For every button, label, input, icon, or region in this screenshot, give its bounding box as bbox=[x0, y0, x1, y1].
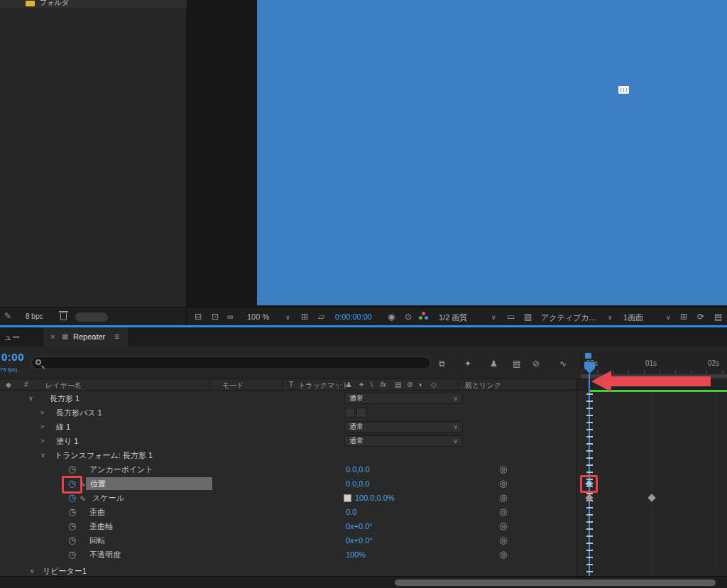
transparency-grid-icon[interactable]: ▨ bbox=[524, 312, 532, 322]
property-value[interactable]: 0.0 bbox=[346, 505, 356, 519]
layer-row-rect[interactable]: ∨ 長方形 1 通常 ∨ bbox=[0, 391, 576, 405]
twirl-open-icon[interactable]: ∨ bbox=[40, 448, 45, 462]
pick-whip-icon[interactable]: ◎ bbox=[499, 535, 507, 545]
monitor-icon[interactable]: ⊡ bbox=[212, 312, 219, 322]
twirl-open-icon[interactable]: ∨ bbox=[30, 566, 35, 576]
chevron-down-icon[interactable]: ∨ bbox=[491, 312, 496, 322]
stopwatch-icon[interactable]: ◷ bbox=[68, 464, 76, 474]
zoom-dropdown[interactable]: 100 % bbox=[247, 312, 269, 321]
shape-element[interactable] bbox=[618, 86, 629, 94]
property-row-scale[interactable]: ◷ ∿ スケール 100.0,0.0% ◎ bbox=[0, 491, 576, 505]
twirl-closed-icon[interactable]: > bbox=[40, 405, 44, 420]
pick-whip-icon[interactable]: ◎ bbox=[499, 479, 507, 489]
group-row-fill[interactable]: > 塗り 1 通常 ∨ bbox=[0, 434, 576, 448]
property-value[interactable]: 0.0,0.0 bbox=[346, 477, 370, 491]
pick-whip-icon[interactable]: ◎ bbox=[499, 521, 507, 531]
property-value[interactable]: 100.0,0.0% bbox=[355, 491, 395, 505]
property-value[interactable]: 100% bbox=[346, 548, 366, 562]
group-label[interactable]: トランスフォーム: 長方形 1 bbox=[55, 448, 153, 462]
blend-mode-dropdown[interactable]: 通常 ∨ bbox=[344, 435, 463, 447]
property-label[interactable]: 歪曲 bbox=[89, 505, 105, 519]
property-label[interactable]: スケール bbox=[92, 491, 124, 505]
channel-green-icon[interactable] bbox=[419, 316, 422, 320]
mask-visibility-icon[interactable]: ▱ bbox=[318, 312, 324, 322]
stopwatch-icon[interactable]: ◷ bbox=[68, 507, 76, 517]
chevron-down-icon[interactable]: ∨ bbox=[608, 312, 613, 322]
property-label[interactable]: アンカーポイント bbox=[89, 462, 153, 477]
pick-whip-icon[interactable]: ◎ bbox=[499, 493, 507, 503]
channel-blue-icon[interactable] bbox=[425, 316, 428, 320]
chevron-down-icon[interactable]: ∨ bbox=[285, 312, 290, 322]
draft-3d-icon[interactable]: ✦ bbox=[464, 359, 471, 369]
search-input[interactable] bbox=[43, 358, 427, 368]
comp-mini-flowchart-icon[interactable]: ⧉ bbox=[439, 359, 445, 369]
snapshot-icon[interactable]: ◉ bbox=[388, 312, 395, 322]
property-value[interactable]: 0x+0.0° bbox=[346, 519, 373, 533]
blend-mode-dropdown[interactable]: 通常 ∨ bbox=[344, 393, 463, 404]
current-timecode[interactable]: 0:00 bbox=[1, 351, 24, 363]
layer-label[interactable]: 長方形 1 bbox=[50, 391, 80, 405]
composition-canvas[interactable] bbox=[257, 0, 727, 305]
navigator-playhead[interactable] bbox=[585, 353, 591, 359]
comp-timecode[interactable]: 0:00:00:00 bbox=[335, 312, 372, 321]
render-icon[interactable]: ✎ bbox=[4, 311, 11, 321]
view-options-icon[interactable]: ∞ bbox=[227, 312, 234, 322]
property-row-skew-axis[interactable]: ◷ 歪曲軸 0x+0.0° ◎ bbox=[0, 519, 576, 533]
project-folder-row[interactable]: フォルダ bbox=[0, 0, 187, 8]
group-row-repeater[interactable]: ∨ リピーター1 bbox=[0, 566, 576, 576]
group-row-stroke[interactable]: > 線 1 通常 ∨ bbox=[0, 420, 576, 434]
property-row-position[interactable]: ◷ ∿ 位置 0.0,0.0 ◎ bbox=[0, 477, 576, 491]
toggle-pill[interactable] bbox=[75, 312, 108, 322]
group-label[interactable]: 長方形パス 1 bbox=[56, 405, 102, 420]
group-row-transform[interactable]: ∨ トランスフォーム: 長方形 1 bbox=[0, 448, 576, 462]
property-row-anchor-point[interactable]: ◷ アンカーポイント 0.0,0.0 ◎ bbox=[0, 462, 576, 477]
camera-view-dropdown[interactable]: アクティブカ... bbox=[541, 312, 596, 323]
stopwatch-icon[interactable]: ◷ bbox=[68, 521, 76, 531]
stopwatch-icon[interactable]: ◷ bbox=[68, 550, 76, 560]
grid-guides-icon[interactable]: ⊞ bbox=[301, 312, 308, 322]
tab-repeater[interactable]: × ▦ Repeater ≡ bbox=[43, 327, 129, 347]
group-label[interactable]: リピーター1 bbox=[43, 566, 87, 576]
fast-previews-icon[interactable]: ⟳ bbox=[697, 312, 704, 322]
property-row-skew[interactable]: ◷ 歪曲 0.0 ◎ bbox=[0, 505, 576, 519]
property-row-opacity[interactable]: ◷ 不透明度 100% ◎ bbox=[0, 548, 576, 562]
close-icon[interactable]: × bbox=[50, 332, 55, 342]
pixel-aspect-icon[interactable]: ⊞ bbox=[680, 312, 687, 322]
twirl-closed-icon[interactable]: > bbox=[40, 420, 44, 434]
tab-fragment[interactable]: ュー bbox=[4, 332, 20, 343]
property-value[interactable]: 0.0,0.0 bbox=[346, 462, 370, 477]
resolution-dropdown[interactable]: 1/2 画質 bbox=[439, 312, 467, 323]
chevron-down-icon[interactable]: ∨ bbox=[666, 312, 671, 322]
blend-mode-dropdown[interactable]: 通常 ∨ bbox=[344, 421, 463, 432]
pick-whip-icon[interactable]: ◎ bbox=[499, 550, 507, 560]
frame-blend-icon[interactable]: ▤ bbox=[513, 359, 520, 369]
timeline-search[interactable] bbox=[31, 356, 431, 369]
property-label[interactable]: 歪曲軸 bbox=[89, 519, 113, 533]
horizontal-scrollbar[interactable] bbox=[395, 579, 716, 586]
group-row-rect-path[interactable]: > 長方形パス 1 bbox=[0, 405, 576, 420]
twirl-closed-icon[interactable]: > bbox=[40, 434, 44, 448]
property-row-rotation[interactable]: ◷ 回転 0x+0.0° ◎ bbox=[0, 533, 576, 548]
pick-whip-icon[interactable]: ◎ bbox=[499, 507, 507, 517]
bpc-button[interactable]: 8 bpc bbox=[26, 312, 43, 320]
pick-whip-icon[interactable]: ◎ bbox=[499, 464, 507, 474]
region-of-interest-icon[interactable]: ▭ bbox=[507, 312, 515, 322]
group-label[interactable]: 線 1 bbox=[56, 420, 70, 434]
shy-layers-icon[interactable]: ♟ bbox=[490, 359, 498, 369]
channel-red-icon[interactable] bbox=[422, 312, 425, 315]
property-label[interactable]: 回転 bbox=[89, 533, 105, 548]
show-snapshot-icon[interactable]: ⊙ bbox=[405, 312, 412, 322]
motion-blur-icon[interactable]: ⊘ bbox=[532, 359, 540, 369]
always-preview-icon[interactable]: ⊟ bbox=[195, 312, 202, 322]
timeline-button-icon[interactable]: ▤ bbox=[714, 312, 722, 322]
stopwatch-icon-active[interactable]: ◷ bbox=[68, 493, 76, 503]
path-direction-icon[interactable] bbox=[345, 408, 355, 418]
view-layout-dropdown[interactable]: 1画面 bbox=[623, 312, 643, 323]
trash-icon[interactable] bbox=[60, 313, 67, 320]
constrain-proportions-box[interactable] bbox=[344, 494, 351, 502]
graph-toggle-icon[interactable]: ∿ bbox=[80, 493, 86, 503]
property-label[interactable]: 不透明度 bbox=[89, 548, 121, 562]
property-label[interactable]: 位置 bbox=[90, 477, 106, 490]
property-value[interactable]: 0x+0.0° bbox=[346, 533, 373, 548]
twirl-open-icon[interactable]: ∨ bbox=[28, 391, 33, 405]
